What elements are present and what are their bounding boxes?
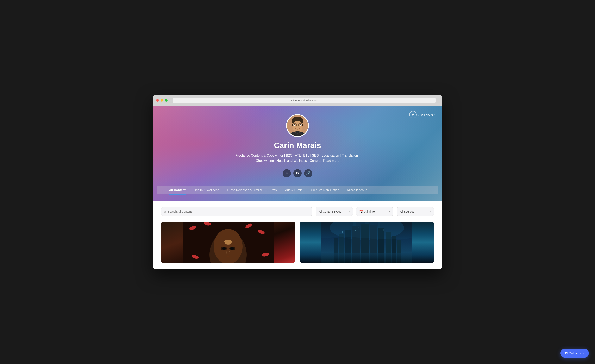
website-link-button[interactable]: 🔗 [304,169,312,178]
logo-name: AUTHORY [418,113,436,116]
card-thumbnail [300,222,434,263]
tab-arts-crafts[interactable]: Arts & Crafts [281,186,306,194]
hero-section: A AUTHORY [153,106,442,201]
chevron-down-icon: ▾ [389,210,390,213]
tab-pets[interactable]: Pets [267,186,281,194]
content-card[interactable] [161,222,295,263]
card-image-svg [183,222,274,263]
subscribe-button[interactable]: ✉ Subscribe [560,349,589,358]
svg-point-10 [300,124,301,125]
date-label: All Time [364,210,387,213]
date-filter[interactable]: 📅 All Time ▾ [356,207,393,216]
sources-filter[interactable]: All Sources ▾ [397,207,434,216]
content-types-label: All Content Types [319,210,347,213]
tab-all-content[interactable]: All Content [165,186,189,194]
avatar-image [287,115,308,136]
nav-tabs: All Content Health & Wellness Press Rele… [157,186,438,194]
avatar [286,114,309,137]
address-bar[interactable]: authory.com/carinmarais [172,98,436,103]
subscribe-label: Subscribe [569,351,584,355]
svg-point-24 [230,247,234,250]
logo-icon: A [409,111,417,118]
calendar-icon: 📅 [359,210,363,213]
avatar-container [286,114,309,137]
card-image-svg [321,222,412,263]
tab-creative-nonfiction[interactable]: Creative Non-Fiction [307,186,343,194]
profile-name: Carin Marais [274,141,321,150]
sources-label: All Sources [400,210,428,213]
svg-rect-46 [321,253,412,263]
content-grid [161,222,434,263]
card-thumbnail [161,222,295,263]
minimize-button[interactable] [161,99,163,102]
read-more-link[interactable]: Read more [323,159,340,162]
chevron-down-icon: ▾ [348,210,350,213]
chevron-down-icon: ▾ [430,210,431,213]
profile-bio: Freelance Content & Copy writer | B2C | … [227,153,368,164]
maximize-button[interactable] [165,99,168,102]
search-icon: ⌕ [164,210,166,213]
linkedin-button[interactable]: in [293,169,302,178]
search-input[interactable] [168,208,309,215]
link-icon: 🔗 [306,171,310,175]
svg-point-20 [214,229,242,263]
twitter-button[interactable]: 𝕏 [283,169,291,178]
filter-row: ⌕ All Content Types ▾ 📅 All Time ▾ All S… [161,207,434,216]
tab-health-wellness[interactable]: Health & Wellness [190,186,223,194]
address-text: authory.com/carinmarais [290,99,318,102]
twitter-icon: 𝕏 [285,171,288,175]
browser-window: authory.com/carinmarais A AUTHORY [153,95,442,269]
linkedin-icon: in [296,171,299,175]
content-types-filter[interactable]: All Content Types ▾ [316,207,353,216]
envelope-icon: ✉ [565,352,567,355]
authory-logo[interactable]: A AUTHORY [409,111,436,118]
close-button[interactable] [156,99,159,102]
content-card[interactable] [300,222,434,263]
search-wrapper[interactable]: ⌕ [161,207,312,216]
svg-point-9 [294,124,295,125]
social-links: 𝕏 in 🔗 [283,169,312,178]
content-area: ⌕ All Content Types ▾ 📅 All Time ▾ All S… [153,201,442,269]
tab-press-releases[interactable]: Press Releases & Similar [224,186,266,194]
tab-miscellaneous[interactable]: Miscellaneous [344,186,371,194]
svg-point-3 [292,121,303,132]
svg-point-23 [222,247,226,250]
browser-content: A AUTHORY [153,106,442,269]
browser-titlebar: authory.com/carinmarais [153,95,442,106]
